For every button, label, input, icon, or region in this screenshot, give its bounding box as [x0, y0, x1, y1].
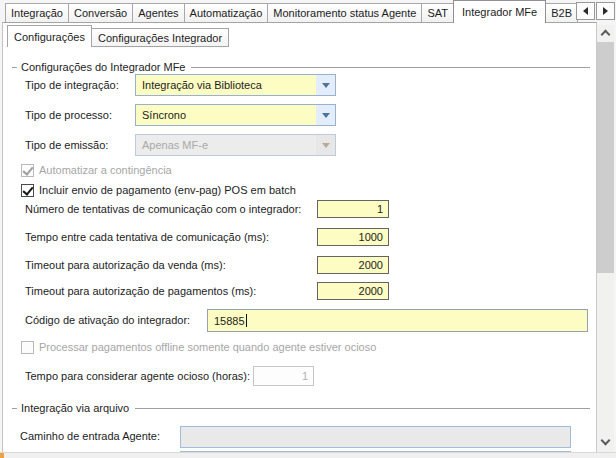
tab-b2b[interactable]: B2B	[545, 3, 578, 22]
tipo-integracao-label: Tipo de integração:	[25, 79, 119, 91]
chevron-down-icon	[601, 435, 611, 445]
timeout-pagamentos-field[interactable]: 2000	[317, 282, 389, 300]
tab-conversao[interactable]: Conversão	[68, 3, 133, 22]
groupbox-mfe-title: Configurações do Integrador MFe	[21, 61, 185, 73]
numero-tentativas-field[interactable]: 1	[317, 200, 389, 218]
tab-scroll-right-button[interactable]	[596, 2, 615, 20]
subtab-configuracoes[interactable]: Configurações	[7, 25, 92, 47]
groupbox-arquivo-header: Integração via arquivo	[12, 401, 590, 415]
scroll-up-button[interactable]	[597, 25, 614, 40]
dropdown-button	[316, 135, 335, 155]
tab-automatizacao[interactable]: Automatização	[184, 3, 269, 22]
caminho-entrada-field-disabled	[180, 426, 571, 448]
main-tab-strip: Integração Conversão Agentes Automatizaç…	[2, 0, 577, 22]
tempo-ocioso-field-disabled: 1	[253, 366, 314, 386]
numero-tentativas-label: Número de tentativas de comunicação com …	[25, 203, 301, 215]
groupbox-dash	[12, 67, 17, 68]
tab-scroll-left-button[interactable]	[576, 2, 595, 20]
integrador-mfe-page: Configurações Configurações Integrador C…	[2, 22, 597, 453]
dropdown-arrow-icon	[322, 83, 330, 88]
tab-scroll-left-icon	[583, 7, 588, 15]
groupbox-dash	[12, 408, 17, 409]
tipo-processo-label: Tipo de processo:	[25, 109, 112, 121]
tempo-entre-tentativas-field[interactable]: 1000	[317, 228, 389, 246]
groupbox-line	[191, 67, 590, 68]
timeout-pagamentos-label: Timeout para autorização de pagamentos (…	[25, 285, 256, 297]
groupbox-mfe-header: Configurações do Integrador MFe	[12, 60, 590, 74]
tempo-entre-tentativas-label: Tempo entre cada tentativa de comunicaçã…	[25, 231, 269, 243]
checkbox-checked-icon	[21, 164, 34, 177]
tipo-integracao-value: Integração via Biblioteca	[136, 75, 316, 95]
groupbox-line	[135, 408, 590, 409]
scroll-down-button[interactable]	[597, 434, 614, 449]
dropdown-arrow-icon	[322, 143, 330, 148]
dropdown-button[interactable]	[316, 75, 335, 95]
groupbox-arquivo-title: Integração via arquivo	[21, 402, 129, 414]
tipo-integracao-combobox[interactable]: Integração via Biblioteca	[135, 74, 336, 96]
tipo-emissao-label: Tipo de emissão:	[25, 139, 108, 151]
vertical-scrollbar[interactable]	[597, 25, 614, 452]
tipo-emissao-combobox-disabled: Apenas MF-e	[135, 134, 336, 156]
dropdown-arrow-icon	[322, 113, 330, 118]
subtab-configuracoes-integrador[interactable]: Configurações Integrador	[91, 28, 229, 47]
automatizar-contingencia-label: Automatizar a contingência	[39, 164, 172, 176]
tab-scroll-buttons	[576, 2, 615, 20]
processar-offline-checkbox: Processar pagamentos offline somente qua…	[21, 339, 376, 355]
dropdown-button[interactable]	[316, 105, 335, 125]
scrollbar-thumb[interactable]	[597, 42, 614, 273]
tab-sat[interactable]: SAT	[421, 3, 454, 22]
codigo-ativacao-value: 15885	[214, 315, 245, 327]
codigo-ativacao-field[interactable]: 15885	[207, 309, 588, 332]
chevron-up-icon	[601, 29, 611, 39]
tipo-processo-combobox[interactable]: Síncrono	[135, 104, 336, 126]
timeout-venda-field[interactable]: 2000	[317, 256, 389, 274]
caminho-entrada-label: Caminho de entrada Agente:	[20, 430, 160, 442]
text-cursor	[246, 314, 247, 327]
window-bottom-frame	[0, 452, 616, 458]
incluir-envio-pagamento-checkbox[interactable]: Incluir envio de pagamento (env-pag) POS…	[21, 182, 296, 198]
incluir-envio-pagamento-label: Incluir envio de pagamento (env-pag) POS…	[39, 184, 296, 196]
checkbox-unchecked-icon	[21, 341, 34, 354]
bottom-left-marker	[0, 453, 4, 458]
codigo-ativacao-label: Código de ativação do integrador:	[25, 314, 190, 326]
tipo-emissao-value: Apenas MF-e	[136, 135, 316, 155]
tab-scroll-right-icon	[603, 7, 608, 15]
tab-agentes[interactable]: Agentes	[132, 3, 184, 22]
tab-integrador-mfe[interactable]: Integrador MFe	[453, 0, 546, 23]
checkbox-checked-icon[interactable]	[21, 184, 34, 197]
tipo-processo-value: Síncrono	[136, 105, 316, 125]
tab-monitoramento-status-agente[interactable]: Monitoramento status Agente	[267, 3, 422, 22]
processar-offline-label: Processar pagamentos offline somente qua…	[39, 341, 376, 353]
automatizar-contingencia-checkbox: Automatizar a contingência	[21, 162, 172, 178]
tempo-ocioso-label: Tempo para considerar agente ocioso (hor…	[25, 370, 250, 382]
timeout-venda-label: Timeout para autorização da venda (ms):	[25, 259, 226, 271]
tab-integracao[interactable]: Integração	[5, 3, 69, 22]
